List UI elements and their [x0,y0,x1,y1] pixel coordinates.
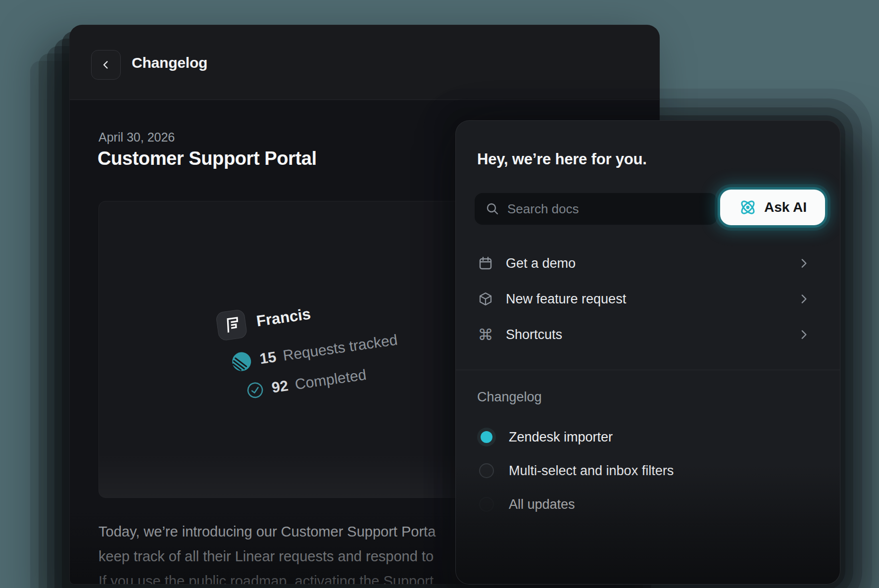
francis-f-icon [215,309,248,342]
check-circle-icon [245,380,265,400]
chevron-right-icon [797,293,810,305]
page-background: Changelog April 30, 2026 Customer Suppor… [0,0,879,588]
help-panel-heading: Hey, we’re here for you. [477,150,647,168]
changelog-item-all-updates[interactable]: All updates [456,489,840,520]
search-icon [486,202,499,216]
menu-item-label: Get a demo [506,256,576,271]
menu-item-label: Shortcuts [506,327,562,343]
calendar-icon [477,256,494,271]
changelog-item-label: All updates [509,497,575,512]
help-panel: Hey, we’re here for you. Ask AI [455,120,840,585]
body-line: Today, we’re introducing our Customer Su… [98,519,436,544]
changelog-item-label: Zendesk importer [509,430,613,445]
chevron-left-icon [99,58,112,71]
stat-label: Completed [294,366,367,393]
radio-unselected-icon [479,497,494,512]
changelog-item-zendesk-importer[interactable]: Zendesk importer [456,422,840,452]
stat-value: 92 [271,377,290,396]
linear-circle-icon [230,350,253,373]
command-icon: ⌘ [477,327,494,343]
stat-label: Requests tracked [282,331,398,364]
atom-icon [738,198,757,217]
entry-title: Customer Support Portal [98,148,317,169]
help-menu: Get a demo New feature request [456,250,840,357]
back-button[interactable] [91,50,121,80]
entry-date: April 30, 2026 [98,130,175,145]
menu-item-get-a-demo[interactable]: Get a demo [456,250,840,276]
entry-body-text: Today, we’re introducing our Customer Su… [98,519,436,585]
stat-value: 15 [259,348,278,367]
page-title: Changelog [132,25,207,100]
changelog-list: Zendesk importer Multi-select and inbox … [456,422,840,520]
menu-item-new-feature-request[interactable]: New feature request [456,286,840,312]
panel-divider [456,370,840,370]
menu-item-shortcuts[interactable]: ⌘ Shortcuts [456,322,840,347]
changelog-item-label: Multi-select and inbox filters [509,463,674,479]
radio-unselected-icon [479,463,494,478]
ask-ai-label: Ask AI [764,199,807,215]
chevron-right-icon [797,328,810,341]
search-box[interactable] [475,193,717,225]
menu-item-label: New feature request [506,292,626,307]
radio-selected-icon [477,428,496,446]
changelog-section-title: Changelog [477,390,542,405]
search-input[interactable] [507,201,706,217]
cube-icon [477,292,494,306]
chevron-right-icon [797,257,810,270]
changelog-item-multi-select[interactable]: Multi-select and inbox filters [456,455,840,486]
body-line: keep track of all their Linear requests … [98,544,436,569]
card-tilted-group: Francis 15 Reques [215,288,403,403]
brand-name: Francis [255,305,312,330]
body-line: If you use the public roadmap, activatin… [98,569,436,585]
ask-ai-button[interactable]: Ask AI [720,190,825,225]
